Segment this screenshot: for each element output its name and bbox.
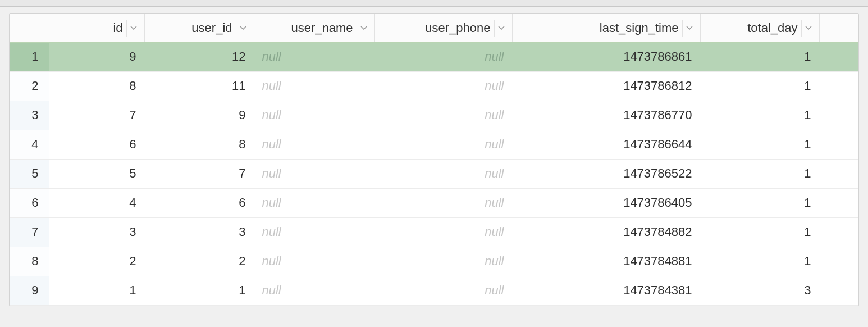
cell-last-sign-time[interactable]: 1473784381 [512, 276, 700, 305]
column-label: user_name [260, 21, 357, 35]
filter-dropdown-icon[interactable] [801, 20, 816, 37]
cell-user-phone[interactable]: null [374, 71, 512, 101]
cell-last-sign-time[interactable]: 1473786812 [512, 71, 700, 101]
cell-user-name[interactable]: null [254, 276, 374, 305]
row-number-cell[interactable]: 3 [10, 101, 49, 130]
table-row[interactable]: 822nullnull14737848811 [10, 247, 858, 276]
cell-total-day[interactable]: 1 [700, 101, 819, 130]
cell-user-name[interactable]: null [254, 217, 374, 247]
cell-user-phone[interactable]: null [374, 276, 512, 305]
cell-user-id[interactable]: 11 [144, 71, 254, 101]
filter-dropdown-icon[interactable] [494, 20, 509, 37]
row-number-header[interactable] [10, 14, 49, 42]
cell-total-day[interactable]: 3 [700, 276, 819, 305]
filter-dropdown-icon[interactable] [682, 20, 697, 37]
cell-user-id[interactable]: 2 [144, 247, 254, 276]
filter-dropdown-icon[interactable] [357, 20, 371, 37]
cell-user-phone[interactable]: null [374, 130, 512, 159]
cell-id[interactable]: 7 [49, 101, 144, 130]
cell-user-name[interactable]: null [254, 130, 374, 159]
cell-total-day[interactable]: 1 [700, 217, 819, 247]
cell-spacer [819, 130, 858, 159]
table-body: 1912nullnull147378686112811nullnull14737… [10, 42, 858, 305]
table-row[interactable]: 557nullnull14737865221 [10, 159, 858, 188]
filter-dropdown-icon[interactable] [236, 20, 250, 37]
row-number-cell[interactable]: 5 [10, 159, 49, 188]
cell-user-name[interactable]: null [254, 188, 374, 217]
column-label: id [55, 21, 126, 35]
cell-id[interactable]: 1 [49, 276, 144, 305]
column-header-last-sign-time[interactable]: last_sign_time [512, 14, 700, 42]
cell-user-id[interactable]: 12 [144, 42, 254, 71]
cell-id[interactable]: 8 [49, 71, 144, 101]
table-row[interactable]: 468nullnull14737866441 [10, 130, 858, 159]
column-header-user-name[interactable]: user_name [254, 14, 374, 42]
row-number-cell[interactable]: 1 [10, 42, 49, 71]
cell-total-day[interactable]: 1 [700, 71, 819, 101]
row-number-cell[interactable]: 9 [10, 276, 49, 305]
cell-last-sign-time[interactable]: 1473786522 [512, 159, 700, 188]
cell-user-id[interactable]: 3 [144, 217, 254, 247]
table-row[interactable]: 2811nullnull14737868121 [10, 71, 858, 101]
cell-last-sign-time[interactable]: 1473786861 [512, 42, 700, 71]
filter-dropdown-icon[interactable] [126, 20, 141, 37]
cell-spacer [819, 71, 858, 101]
table-row[interactable]: 911nullnull14737843813 [10, 276, 858, 305]
cell-total-day[interactable]: 1 [700, 42, 819, 71]
table-row[interactable]: 733nullnull14737848821 [10, 217, 858, 247]
cell-user-phone[interactable]: null [374, 101, 512, 130]
row-number-cell[interactable]: 4 [10, 130, 49, 159]
cell-last-sign-time[interactable]: 1473784882 [512, 217, 700, 247]
cell-last-sign-time[interactable]: 1473786644 [512, 130, 700, 159]
cell-spacer [819, 188, 858, 217]
cell-spacer [819, 159, 858, 188]
row-number-cell[interactable]: 2 [10, 71, 49, 101]
cell-last-sign-time[interactable]: 1473784881 [512, 247, 700, 276]
cell-user-phone[interactable]: null [374, 188, 512, 217]
header-row: id user_id use [10, 14, 858, 42]
cell-user-name[interactable]: null [254, 247, 374, 276]
cell-spacer [819, 247, 858, 276]
column-label: last_sign_time [518, 21, 682, 35]
cell-spacer [819, 101, 858, 130]
cell-id[interactable]: 6 [49, 130, 144, 159]
row-number-cell[interactable]: 8 [10, 247, 49, 276]
cell-user-phone[interactable]: null [374, 247, 512, 276]
table-row[interactable]: 646nullnull14737864051 [10, 188, 858, 217]
cell-total-day[interactable]: 1 [700, 188, 819, 217]
cell-last-sign-time[interactable]: 1473786770 [512, 101, 700, 130]
cell-user-id[interactable]: 9 [144, 101, 254, 130]
row-number-cell[interactable]: 6 [10, 188, 49, 217]
cell-user-name[interactable]: null [254, 159, 374, 188]
cell-id[interactable]: 5 [49, 159, 144, 188]
cell-spacer [819, 42, 858, 71]
table-row[interactable]: 379nullnull14737867701 [10, 101, 858, 130]
cell-user-name[interactable]: null [254, 42, 374, 71]
row-number-cell[interactable]: 7 [10, 217, 49, 247]
cell-id[interactable]: 2 [49, 247, 144, 276]
table-row[interactable]: 1912nullnull14737868611 [10, 42, 858, 71]
cell-user-name[interactable]: null [254, 71, 374, 101]
cell-user-name[interactable]: null [254, 101, 374, 130]
column-header-id[interactable]: id [49, 14, 144, 42]
cell-id[interactable]: 4 [49, 188, 144, 217]
cell-user-id[interactable]: 7 [144, 159, 254, 188]
cell-total-day[interactable]: 1 [700, 130, 819, 159]
cell-total-day[interactable]: 1 [700, 247, 819, 276]
cell-user-id[interactable]: 8 [144, 130, 254, 159]
column-header-user-phone[interactable]: user_phone [374, 14, 512, 42]
cell-id[interactable]: 3 [49, 217, 144, 247]
column-header-total-day[interactable]: total_day [700, 14, 819, 42]
cell-id[interactable]: 9 [49, 42, 144, 71]
cell-user-id[interactable]: 6 [144, 188, 254, 217]
results-table: id user_id use [10, 14, 858, 306]
cell-total-day[interactable]: 1 [700, 159, 819, 188]
cell-user-phone[interactable]: null [374, 42, 512, 71]
cell-user-id[interactable]: 1 [144, 276, 254, 305]
cell-user-phone[interactable]: null [374, 159, 512, 188]
cell-user-phone[interactable]: null [374, 217, 512, 247]
cell-spacer [819, 276, 858, 305]
column-spacer [819, 14, 858, 42]
cell-last-sign-time[interactable]: 1473786405 [512, 188, 700, 217]
column-header-user-id[interactable]: user_id [144, 14, 254, 42]
